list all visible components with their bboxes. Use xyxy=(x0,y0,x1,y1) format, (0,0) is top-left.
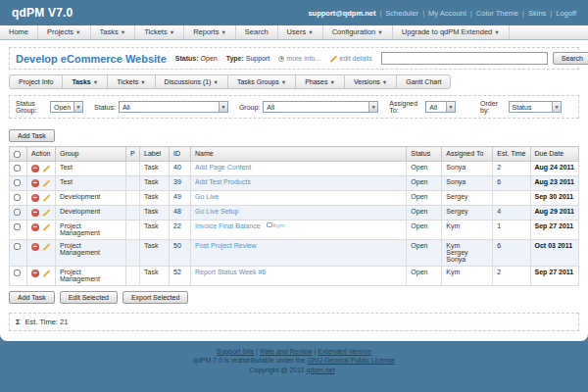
task-name-link[interactable]: Invoice Final Balance xyxy=(195,222,261,229)
delete-icon[interactable] xyxy=(31,179,39,187)
filter-select[interactable]: All ▼ xyxy=(425,101,456,113)
search-input[interactable] xyxy=(381,52,548,65)
filter-group: Status: All ▼ xyxy=(94,101,228,113)
filter-select[interactable]: Status ▼ xyxy=(509,101,562,113)
task-name-link[interactable]: Go Live Setup xyxy=(195,208,238,215)
nav-item-search[interactable]: Search xyxy=(236,25,278,39)
header-link-color-theme[interactable]: Color Theme xyxy=(476,9,518,18)
filter-select[interactable]: All ▼ xyxy=(119,101,228,113)
chevron-down-icon: ▼ xyxy=(140,79,145,85)
export-selected-button[interactable]: Export Selected xyxy=(122,291,188,304)
filter-select[interactable]: All ▼ xyxy=(263,101,378,113)
nav-item-reports[interactable]: Reports▼ xyxy=(184,25,236,39)
tab-tasks-groups[interactable]: Tasks Groups▼ xyxy=(228,75,296,88)
tab-project-info[interactable]: Project Info xyxy=(10,75,63,88)
chevron-down-icon: ▼ xyxy=(220,29,225,35)
row-checkbox[interactable] xyxy=(14,209,21,216)
task-est-time: 4 xyxy=(493,205,530,220)
task-id: 22 xyxy=(170,220,191,239)
row-action-cell xyxy=(27,239,56,266)
footer-link-extended-version[interactable]: Extended Version xyxy=(318,348,371,355)
edit-icon[interactable] xyxy=(42,193,51,202)
more-info-link[interactable]: more info... xyxy=(278,55,320,62)
add-task-button[interactable]: Add Task xyxy=(9,291,55,304)
task-row: Test Task 40 Add Page Content Open Sonya… xyxy=(10,161,579,175)
task-est-time xyxy=(493,190,530,205)
task-due-date: Aug 29 2011 xyxy=(530,205,578,220)
edit-icon[interactable] xyxy=(42,164,51,172)
chevron-down-icon: ▼ xyxy=(121,29,125,35)
delete-icon[interactable] xyxy=(31,243,39,251)
dropdown-arrow-icon: ▼ xyxy=(446,102,455,112)
nav-item-label: Home xyxy=(9,27,28,36)
task-name-link[interactable]: Post Project Review xyxy=(195,242,257,249)
task-name-link[interactable]: Add Page Content xyxy=(195,164,251,171)
edit-selected-button[interactable]: Edit Selected xyxy=(60,291,118,304)
task-due-date: Sep 27 2011 xyxy=(530,220,578,239)
delete-icon[interactable] xyxy=(31,270,39,277)
task-est-time: 1 xyxy=(493,220,530,239)
nav-item-upgrade-to-qdpm-extended[interactable]: Upgrade to qdPM Extended▼ xyxy=(393,25,510,39)
filter-group: Assigned To: All ▼ xyxy=(389,100,456,114)
gpl-license-link[interactable]: GNU General Public License xyxy=(307,357,395,364)
add-task-button[interactable]: Add Task xyxy=(9,129,55,142)
info-plus-icon xyxy=(278,56,284,62)
delete-icon[interactable] xyxy=(31,165,39,172)
task-group: Project Management xyxy=(56,266,126,285)
edit-details-link[interactable]: edit details xyxy=(329,55,371,63)
qdpm-net-link[interactable]: qdpm.net xyxy=(306,367,334,373)
task-priority xyxy=(126,205,140,220)
nav-item-configuration[interactable]: Configuration▼ xyxy=(323,25,393,39)
edit-icon[interactable] xyxy=(42,242,51,251)
task-name-cell: Go Live xyxy=(191,190,407,205)
row-checkbox[interactable] xyxy=(14,179,21,186)
chevron-down-icon: ▼ xyxy=(382,79,387,85)
tab-tasks[interactable]: Tasks▼ xyxy=(63,75,108,88)
delete-icon[interactable] xyxy=(31,209,39,217)
tab-discussions-1-[interactable]: Discussions (1)▼ xyxy=(156,75,228,88)
task-name-link[interactable]: Add Test Products xyxy=(195,178,251,185)
edit-icon[interactable] xyxy=(42,208,51,217)
task-name-link[interactable]: Go Live xyxy=(195,193,219,200)
license-text: qdPM 7.0 is redistributable under the xyxy=(193,357,307,364)
header-link-my-account[interactable]: My Account xyxy=(428,9,466,18)
tab-phases[interactable]: Phases▼ xyxy=(296,75,345,88)
row-checkbox[interactable] xyxy=(14,165,21,172)
col-header-id: ID xyxy=(170,147,191,162)
row-checkbox[interactable] xyxy=(14,243,21,250)
filter-select[interactable]: Open ▼ xyxy=(50,101,83,113)
filter-selected-value: All xyxy=(264,104,368,111)
delete-icon[interactable] xyxy=(31,194,39,202)
footer-link-support-site[interactable]: Support Site xyxy=(217,348,255,355)
header-link-scheduler[interactable]: Scheduler xyxy=(385,9,418,18)
footer-link-rate-and-review[interactable]: Rate and Review xyxy=(260,348,312,355)
header-link-logoff[interactable]: Logoff xyxy=(556,9,576,18)
row-checkbox[interactable] xyxy=(14,223,21,230)
edit-icon[interactable] xyxy=(42,222,51,231)
edit-icon[interactable] xyxy=(42,269,51,277)
task-name-link[interactable]: Report Status Week #6 xyxy=(195,269,266,275)
row-checkbox[interactable] xyxy=(14,270,21,276)
table-toolbar: Add Task xyxy=(9,124,579,142)
tab-versions[interactable]: Versions▼ xyxy=(345,75,397,88)
chevron-down-icon: ▼ xyxy=(75,29,80,35)
nav-item-home[interactable]: Home xyxy=(0,25,38,39)
row-action-cell xyxy=(27,205,56,220)
task-row: Test Task 39 Add Test Products Open Sony… xyxy=(10,175,579,190)
content-panel: Develop eCommerce Website Status: Open T… xyxy=(0,40,588,341)
task-group: Development xyxy=(56,205,126,220)
tab-tickets[interactable]: Tickets▼ xyxy=(108,75,155,88)
select-all-checkbox[interactable] xyxy=(14,151,21,158)
nav-item-projects[interactable]: Projects▼ xyxy=(38,25,91,39)
delete-icon[interactable] xyxy=(31,223,39,231)
nav-item-users[interactable]: Users▼ xyxy=(278,25,323,39)
task-label: Task xyxy=(140,161,170,175)
search-button[interactable]: Search xyxy=(553,52,588,65)
user-email: support@qdpm.net xyxy=(308,9,375,18)
edit-icon[interactable] xyxy=(42,178,51,187)
tab-gantt-chart[interactable]: Gantt Chart xyxy=(397,75,450,88)
nav-item-tickets[interactable]: Tickets▼ xyxy=(135,25,184,39)
row-checkbox[interactable] xyxy=(14,194,21,201)
header-link-skins[interactable]: Skins xyxy=(528,9,546,18)
nav-item-tasks[interactable]: Tasks▼ xyxy=(91,25,136,39)
